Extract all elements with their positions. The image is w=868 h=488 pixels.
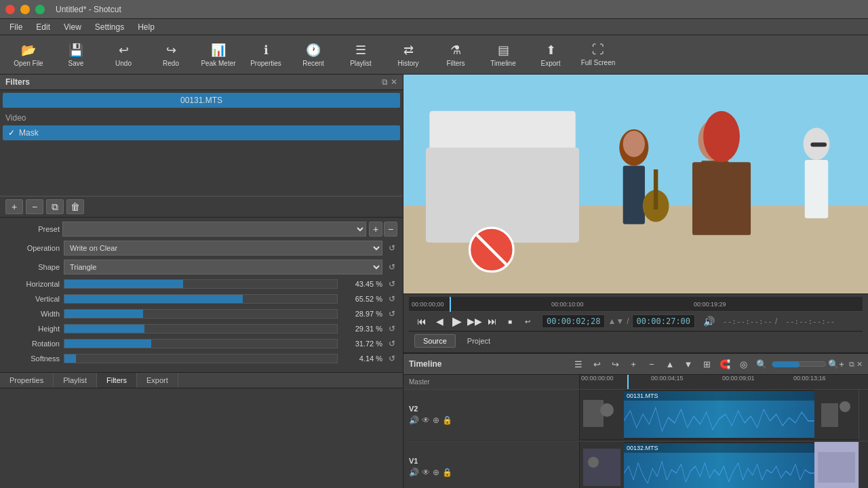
rotation-reset-button[interactable]: ↺ <box>387 338 397 349</box>
close-button[interactable] <box>5 5 15 14</box>
properties-button[interactable]: ℹ Properties <box>243 37 289 73</box>
save-button[interactable]: 💾 Save <box>53 37 99 73</box>
open-file-button[interactable]: 📂 Open File <box>5 37 52 73</box>
menu-edit[interactable]: Edit <box>29 21 57 33</box>
transport-buttons: ⏮ ◀ ▶ ▶▶ ⏭ ■ ↩ 00:00:02;28 ▲▼ / 00:00:27… <box>409 312 863 331</box>
zoom-slider[interactable] <box>772 361 826 367</box>
tl-grid-button[interactable]: ⊞ <box>698 357 715 371</box>
v1-thumb-svg <box>580 442 624 488</box>
horizontal-slider[interactable] <box>64 279 338 289</box>
tab-filters[interactable]: Filters <box>97 373 137 388</box>
playlist-button[interactable]: ☰ Playlist <box>338 37 384 73</box>
history-label: History <box>397 60 418 67</box>
rotation-slider[interactable] <box>64 339 338 348</box>
loop-button[interactable]: ↩ <box>520 314 535 329</box>
v1-blend-icon[interactable]: ⊕ <box>433 468 439 477</box>
softness-slider[interactable] <box>64 354 338 363</box>
menu-settings[interactable]: Settings <box>88 21 131 33</box>
tl-ripple2-button[interactable]: ◎ <box>735 357 751 371</box>
v1-eye-icon[interactable]: 👁 <box>422 468 430 477</box>
tab-properties[interactable]: Properties <box>0 373 54 388</box>
tl-remove-button[interactable]: − <box>644 357 660 371</box>
shape-select[interactable]: Triangle <box>64 260 382 274</box>
vertical-reset-button[interactable]: ↺ <box>387 293 397 304</box>
next-frame-button[interactable]: ▶▶ <box>467 314 482 329</box>
tl-zoom-in-button[interactable]: 🔍+ <box>828 357 844 371</box>
current-timecode[interactable]: 00:00:02;28 <box>542 314 605 328</box>
add-filter-button[interactable]: + <box>5 199 23 214</box>
undo-label: Undo <box>115 60 132 67</box>
preset-remove-button[interactable]: − <box>384 222 397 237</box>
source-tab[interactable]: Source <box>414 334 456 348</box>
svg-rect-3 <box>426 148 579 243</box>
height-reset-button[interactable]: ↺ <box>387 323 397 334</box>
operation-select[interactable]: Write on Clear <box>64 241 382 256</box>
fullscreen-button[interactable]: ⛶ Full Screen <box>575 37 621 73</box>
undo-button[interactable]: ↩ Undo <box>100 37 146 73</box>
menu-file[interactable]: File <box>3 21 29 33</box>
preset-add-button[interactable]: + <box>369 222 382 237</box>
v2-lock-icon[interactable]: 🔒 <box>442 415 452 425</box>
recent-button[interactable]: 🕐 Recent <box>290 37 336 73</box>
menu-view[interactable]: View <box>57 21 88 33</box>
remove-filter-button[interactable]: − <box>26 199 43 214</box>
zoom-thumb <box>772 362 800 367</box>
width-row: Width 28.97 % ↺ <box>5 308 397 319</box>
height-slider[interactable] <box>64 324 338 333</box>
v1-clip-body[interactable]: 00132.MTS <box>624 443 814 488</box>
tl-snap-button[interactable]: 🧲 <box>717 357 733 371</box>
delete-filter-button[interactable]: 🗑 <box>66 199 84 214</box>
preset-select[interactable] <box>62 222 366 237</box>
v1-audio-icon[interactable]: 🔊 <box>409 468 419 477</box>
tl-redo-button[interactable]: ↪ <box>607 357 623 371</box>
width-slider[interactable] <box>64 309 338 319</box>
toggle-play-button[interactable]: ■ <box>502 314 517 329</box>
tl-ripple-button[interactable]: ▼ <box>680 357 696 371</box>
tl-float-icon[interactable]: ⧉ <box>849 360 854 369</box>
close-filters-icon[interactable]: ✕ <box>391 77 397 87</box>
volume-icon[interactable]: 🔊 <box>703 316 715 327</box>
v2-blend-icon[interactable]: ⊕ <box>433 415 439 425</box>
tl-add-button[interactable]: + <box>625 357 642 371</box>
redo-button[interactable]: ↪ Redo <box>148 37 194 73</box>
project-tab[interactable]: Project <box>458 334 499 348</box>
filters-button[interactable]: ⚗ Filters <box>433 37 479 73</box>
height-row: Height 29.31 % ↺ <box>5 323 397 334</box>
v2-audio-icon[interactable]: 🔊 <box>409 415 419 425</box>
minimize-button[interactable] <box>20 5 30 14</box>
v2-eye-icon[interactable]: 👁 <box>422 415 430 425</box>
tl-zoom-out-button[interactable]: 🔍 <box>753 357 770 371</box>
tl-close-icon[interactable]: ✕ <box>856 360 863 369</box>
menu-help[interactable]: Help <box>131 21 161 33</box>
v2-track-label: V2 🔊 👁 ⊕ 🔒 <box>403 390 580 440</box>
v1-lock-icon[interactable]: 🔒 <box>442 468 452 477</box>
operation-reset-button[interactable]: ↺ <box>387 243 397 253</box>
tab-export[interactable]: Export <box>137 373 178 388</box>
properties-icon: ℹ <box>264 43 269 58</box>
width-reset-button[interactable]: ↺ <box>387 308 397 319</box>
filter-mask-item[interactable]: ✓ Mask <box>3 125 400 140</box>
maximize-button[interactable] <box>35 5 45 14</box>
timeline-button[interactable]: ▤ Timeline <box>480 37 526 73</box>
peak-meter-button[interactable]: 📊 Peak Meter <box>195 37 241 73</box>
v2-clip-body[interactable]: 00131.MTS <box>624 391 814 438</box>
vertical-slider[interactable] <box>64 294 338 304</box>
skip-start-button[interactable]: ⏮ <box>414 314 429 329</box>
float-icon[interactable]: ⧉ <box>382 77 388 87</box>
menubar: File Edit View Settings Help <box>0 19 868 35</box>
tl-undo-button[interactable]: ↩ <box>589 357 605 371</box>
copy-filter-button[interactable]: ⧉ <box>46 199 64 214</box>
tab-playlist[interactable]: Playlist <box>54 373 97 388</box>
tl-menu-button[interactable]: ☰ <box>570 357 587 371</box>
prev-frame-button[interactable]: ◀ <box>432 314 447 329</box>
export-button[interactable]: ⬆ Export <box>528 37 574 73</box>
shape-reset-button[interactable]: ↺ <box>387 262 397 272</box>
timeline-playhead[interactable] <box>627 375 629 389</box>
skip-end-button[interactable]: ⏭ <box>485 314 500 329</box>
softness-reset-button[interactable]: ↺ <box>387 353 397 364</box>
horizontal-reset-button[interactable]: ↺ <box>387 279 397 289</box>
history-button[interactable]: ⇄ History <box>385 37 431 73</box>
play-button[interactable]: ▶ <box>450 314 465 329</box>
playhead[interactable] <box>450 297 451 312</box>
tl-lift-button[interactable]: ▲ <box>662 357 678 371</box>
